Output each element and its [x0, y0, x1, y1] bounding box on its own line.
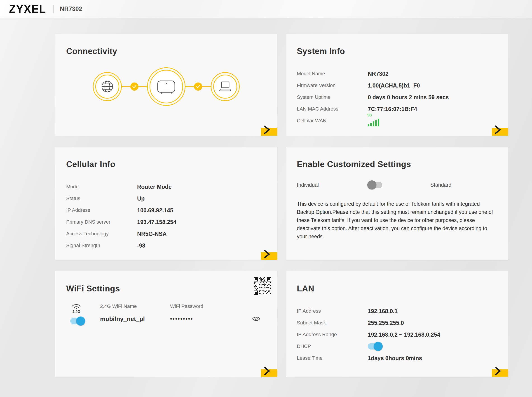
- table-row: IP Address Range 192.168.0.2 ~ 192.168.0…: [297, 329, 508, 341]
- row-label: Cellular WAN: [297, 118, 368, 124]
- internet-node: [93, 72, 122, 101]
- row-value: 7C:77:16:07:1B:F4: [368, 106, 417, 112]
- standard-option-label: Standard: [430, 182, 451, 188]
- row-label: LAN MAC Address: [297, 106, 368, 112]
- toggle-knob: [76, 316, 85, 326]
- router-node: [147, 67, 186, 106]
- wifi-password-label: WiFi Password: [170, 304, 261, 309]
- wifi-24g-toggle[interactable]: [70, 318, 85, 324]
- internet-node-inner: [95, 74, 119, 99]
- customized-settings-card: Enable Customized Settings Individual St…: [286, 147, 508, 260]
- table-row: Firmware Version 1.00(ACHA.5)b1_F0: [297, 80, 508, 91]
- lan-details-button[interactable]: [492, 369, 508, 377]
- row-label: IP Address Range: [297, 332, 368, 338]
- row-value: NR5G-NSA: [137, 231, 167, 237]
- row-value: Up: [137, 195, 145, 202]
- cellular-info-card: Cellular Info Mode Router Mode Status Up…: [55, 147, 277, 260]
- row-label: Mode: [66, 184, 137, 190]
- table-row: Lease Time 1days 0hours 0mins: [297, 352, 508, 364]
- wifi-password-column: WiFi Password •••••••••: [170, 304, 261, 324]
- table-row: LAN MAC Address 7C:77:16:07:1B:F4: [297, 103, 508, 115]
- row-label: Subnet Mask: [297, 320, 368, 326]
- wifi-password-row: •••••••••: [170, 316, 261, 322]
- row-label: Signal Strength: [66, 242, 137, 248]
- chevron-right-icon: [494, 125, 501, 135]
- lan-title: LAN: [297, 284, 508, 293]
- chevron-right-icon: [263, 249, 270, 259]
- table-row: Signal Strength -98: [66, 240, 277, 251]
- table-row: Mode Router Mode: [66, 181, 277, 193]
- system-info-title: System Info: [297, 47, 508, 56]
- client-node: [211, 72, 240, 101]
- wifi-icon: 2.4G: [71, 304, 82, 314]
- system-info-rows: Model Name NR7302 Firmware Version 1.00(…: [297, 68, 508, 127]
- lan-card: LAN IP Address 192.168.0.1 Subnet Mask 2…: [286, 271, 508, 377]
- row-label: System Uptime: [297, 94, 368, 100]
- dashboard: Connectivity: [55, 34, 508, 377]
- connectivity-details-button[interactable]: [261, 128, 277, 136]
- row-label: Lease Time: [297, 355, 368, 361]
- connectivity-title: Connectivity: [66, 47, 277, 56]
- check-icon: [130, 82, 139, 91]
- system-info-card: System Info Model Name NR7302 Firmware V…: [286, 34, 508, 136]
- table-row: Subnet Mask 255.255.255.0: [297, 317, 508, 329]
- row-label: Status: [66, 196, 137, 201]
- row-value: NR7302: [368, 71, 388, 77]
- wifi-qr-code: [254, 277, 271, 295]
- row-label: IP Address: [297, 308, 368, 314]
- customized-settings-title: Enable Customized Settings: [297, 160, 508, 169]
- signal-5g-badge: 5G: [367, 113, 372, 117]
- chevron-right-icon: [263, 125, 270, 135]
- device-model: NR7302: [60, 6, 82, 12]
- wifi-name-label: 2.4G WiFi Name: [100, 304, 170, 309]
- row-value: 193.47.158.254: [137, 219, 176, 225]
- system-info-details-button[interactable]: [492, 128, 508, 136]
- globe-icon: [101, 80, 114, 93]
- row-value: Router Mode: [137, 184, 172, 190]
- customized-settings-description: This device is configured by default for…: [297, 200, 495, 241]
- wifi-band-label: 2.4G: [73, 310, 80, 314]
- dhcp-toggle[interactable]: [368, 343, 382, 349]
- individual-option-label: Individual: [297, 182, 368, 188]
- row-label: Primary DNS server: [66, 219, 137, 225]
- row-value: 192.168.0.1: [368, 308, 398, 315]
- wifi-name-column: 2.4G WiFi Name mobilny_net_pl: [100, 304, 170, 324]
- cellular-info-title: Cellular Info: [66, 160, 277, 169]
- row-label: Firmware Version: [297, 82, 368, 88]
- wifi-password-masked: •••••••••: [170, 316, 193, 322]
- zyxel-logo: ZYXEL: [9, 2, 46, 15]
- row-label: Access Technology: [66, 231, 137, 237]
- dhcp-row: DHCP: [297, 341, 508, 352]
- router-node-inner: [150, 70, 183, 103]
- wifi-settings-details-button[interactable]: [261, 369, 277, 377]
- table-row: Status Up: [66, 193, 277, 204]
- cellular-info-rows: Mode Router Mode Status Up IP Address 10…: [66, 181, 277, 251]
- row-value: -98: [137, 242, 145, 249]
- row-value: 255.255.255.0: [368, 320, 404, 326]
- table-row: Primary DNS server 193.47.158.254: [66, 216, 277, 228]
- row-label: DHCP: [297, 343, 368, 349]
- connection-line-wan: [122, 86, 147, 87]
- router-icon: [156, 79, 176, 94]
- row-label: IP Address: [66, 207, 137, 213]
- connection-line-lan: [186, 86, 211, 87]
- toggle-knob: [374, 342, 383, 351]
- eye-icon: [252, 316, 260, 322]
- wifi-settings-body: 2.4G 2.4G WiFi Name mobilny_net_pl WiFi …: [55, 293, 277, 324]
- chevron-right-icon: [494, 366, 501, 376]
- customized-settings-toggle[interactable]: [368, 182, 382, 188]
- check-icon: [194, 82, 202, 91]
- lan-rows: IP Address 192.168.0.1 Subnet Mask 255.2…: [297, 305, 508, 364]
- cellular-info-details-button[interactable]: [261, 252, 277, 260]
- client-node-inner: [213, 74, 237, 99]
- row-value: 192.168.0.2 ~ 192.168.0.254: [368, 331, 440, 338]
- table-row: Cellular WAN 5G: [297, 115, 508, 127]
- show-password-button[interactable]: [252, 316, 260, 322]
- wifi-settings-card: WiFi Settings 2.4G: [55, 271, 277, 377]
- customized-settings-switch-row: Individual Standard: [297, 182, 497, 188]
- wifi-band-column: 2.4G: [70, 304, 100, 324]
- row-value: 0 days 0 hours 2 mins 59 secs: [368, 94, 449, 101]
- table-row: IP Address 192.168.0.1: [297, 305, 508, 317]
- table-row: IP Address 100.69.92.145: [66, 204, 277, 216]
- row-value: 1.00(ACHA.5)b1_F0: [368, 82, 420, 89]
